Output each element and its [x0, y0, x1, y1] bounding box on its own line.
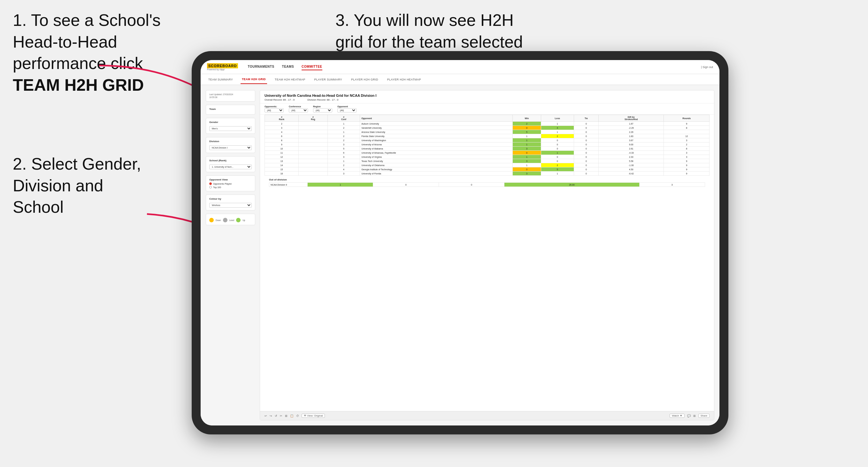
cell-tie: 0	[574, 147, 598, 151]
tab-team-h2h-grid[interactable]: TEAM H2H GRID	[241, 75, 267, 84]
radio-dot-opponents	[209, 182, 212, 185]
table-row: 8 2 University of Washington 1 0 0 3.67 …	[265, 138, 710, 143]
cell-rounds: 9	[664, 172, 710, 176]
cell-reg	[299, 134, 328, 138]
cell-conf: 2	[328, 138, 360, 143]
clock-icon[interactable]: ⏱	[296, 414, 299, 417]
cell-win: 3	[513, 159, 541, 163]
cell-rank: 10	[265, 147, 299, 151]
cell-tie: 0	[574, 167, 598, 172]
tablet-screen: SCOREBOARD Powered by clippi TOURNAMENTS…	[200, 60, 719, 426]
view-original-button[interactable]: 👁 View: Original	[302, 414, 325, 418]
cell-diff: 5.56	[599, 159, 664, 163]
cell-win: 1	[513, 138, 541, 143]
table-row: 9 3 University of Arizona 1 0 0 9.00 2	[265, 143, 710, 147]
tab-player-h2h-grid[interactable]: PLAYER H2H GRID	[350, 75, 379, 84]
cell-conf: 4	[328, 167, 360, 172]
nav-bar: SCOREBOARD Powered by clippi TOURNAMENTS…	[200, 60, 719, 74]
table-row: 6 2 Florida State University 1 2 0 1.83 …	[265, 134, 710, 138]
sidebar-team: Team	[206, 105, 255, 115]
cell-tie: 0	[574, 155, 598, 159]
tab-player-summary[interactable]: PLAYER SUMMARY	[313, 75, 343, 84]
cell-conf: 6	[328, 151, 360, 155]
sidebar-division: Division NCAA Division I NCAA Division I…	[206, 137, 255, 153]
sidebar-school: School (Rank) 1. University of Nort...	[206, 156, 255, 172]
col-reg: #Reg	[299, 115, 328, 122]
colour-by-label: Colour by	[209, 197, 252, 200]
gender-select[interactable]: Men's Women's	[209, 126, 252, 131]
tab-team-summary[interactable]: TEAM SUMMARY	[207, 75, 234, 84]
filter-opponent-select[interactable]: (All)	[337, 108, 356, 113]
col-diff: Diff AvStrokes/Rnd	[599, 115, 664, 122]
radio-opponents-played[interactable]: Opponents Played	[209, 182, 252, 185]
filter-region-select[interactable]: (All)	[313, 108, 332, 113]
cell-win: 3	[513, 172, 541, 176]
opponent-view-radio-group: Opponents Played Top 100	[209, 182, 252, 188]
instruction-step3-text: 3. You will now see H2H grid for the tea…	[336, 11, 523, 51]
scissors-icon[interactable]: ✂	[280, 414, 282, 417]
cell-rounds: 9	[664, 122, 710, 126]
logo-sub: Powered by clippi	[207, 68, 225, 71]
tablet-device: SCOREBOARD Powered by clippi TOURNAMENTS…	[192, 51, 728, 434]
cell-opponent: University of Arkansas, Fayetteville	[360, 151, 513, 155]
cell-diff: 2.33	[599, 155, 664, 159]
cell-win: 5	[513, 130, 541, 134]
grid-icon[interactable]: ⊞	[693, 414, 696, 417]
cell-reg	[299, 126, 328, 130]
cell-rounds: 9	[664, 167, 710, 172]
cell-diff: -4.33	[599, 151, 664, 155]
cell-rounds: 2	[664, 143, 710, 147]
copy-icon[interactable]: ⊞	[285, 414, 287, 417]
cell-opponent: University of Washington	[360, 138, 513, 143]
share-button[interactable]: Share	[699, 414, 710, 418]
radio-top-100[interactable]: Top 100	[209, 186, 252, 188]
cell-loss: 0	[541, 138, 574, 143]
tab-team-h2h-heatmap[interactable]: TEAM H2H HEATMAP	[274, 75, 307, 84]
comment-icon[interactable]: 💬	[687, 414, 691, 417]
logo-text: SCOREBOARD	[207, 63, 238, 68]
cell-tie: 0	[574, 126, 598, 130]
division-select[interactable]: NCAA Division I NCAA Division II	[209, 145, 252, 150]
refresh-icon[interactable]: ↺	[275, 414, 277, 417]
cell-rounds: 9	[664, 163, 710, 167]
filter-conference-select[interactable]: (All)	[289, 108, 308, 113]
table-row: 4 1 Arizona State University 5 1 0 2.29	[265, 130, 710, 134]
table-row: 14 2 University of Oklahoma 1 2 0 -1.00 …	[265, 163, 710, 167]
cell-tie: 0	[574, 138, 598, 143]
colour-by-select[interactable]: Win/loss	[209, 203, 252, 208]
cell-opponent: University of Oklahoma	[360, 163, 513, 167]
tab-player-h2h-heatmap[interactable]: PLAYER H2H HEATMAP	[386, 75, 422, 84]
cell-diff: -1.00	[599, 163, 664, 167]
legend-level-label: Level	[229, 219, 235, 221]
school-select[interactable]: 1. University of Nort...	[209, 164, 252, 169]
filter-opponents-select[interactable]: (All)	[265, 108, 284, 113]
grid-area: University of North Carolina Head-to-Hea…	[260, 90, 714, 421]
legend-up-label: Up	[243, 219, 245, 221]
nav-sign-out[interactable]: | Sign out	[701, 65, 713, 69]
cell-rounds: 9	[664, 159, 710, 163]
cell-diff: 3.67	[599, 138, 664, 143]
watch-button[interactable]: Watch ▼	[670, 414, 685, 418]
cell-win: 0	[513, 151, 541, 155]
cell-loss: 1	[541, 172, 574, 176]
cell-conf: 3	[328, 143, 360, 147]
cell-diff: 4.50	[599, 167, 664, 172]
cell-opponent: Georgia Institute of Technology	[360, 167, 513, 172]
cell-conf: 1	[328, 122, 360, 126]
nav-teams[interactable]: TEAMS	[282, 64, 294, 70]
sidebar-opponent-view: Opponent View Opponents Played Top 100	[206, 175, 255, 191]
table-row: 15 4 Georgia Institute of Technology 0 5…	[265, 167, 710, 172]
cell-opponent: University of Virginia	[360, 155, 513, 159]
cell-win: 1	[513, 155, 541, 159]
paste-icon[interactable]: 📋	[290, 414, 293, 417]
bottom-bar: ↩ ↪ ↺ ✂ ⊞ 📋 ⏱ 👁 View: Original Watch ▼ 💬…	[260, 411, 714, 420]
cell-rounds: 12	[664, 134, 710, 138]
filter-conference-label: Conference	[289, 105, 308, 107]
redo-icon[interactable]: ↪	[270, 414, 272, 417]
nav-committee[interactable]: COMMITTEE	[302, 64, 322, 70]
undo-icon[interactable]: ↩	[265, 414, 267, 417]
sidebar-colour-by: Colour by Win/loss	[206, 194, 255, 211]
cell-diff: -2.29	[599, 126, 664, 130]
instruction-step1: 1. To see a School's Head-to-Head perfor…	[13, 9, 198, 96]
nav-tournaments[interactable]: TOURNAMENTS	[248, 64, 274, 70]
